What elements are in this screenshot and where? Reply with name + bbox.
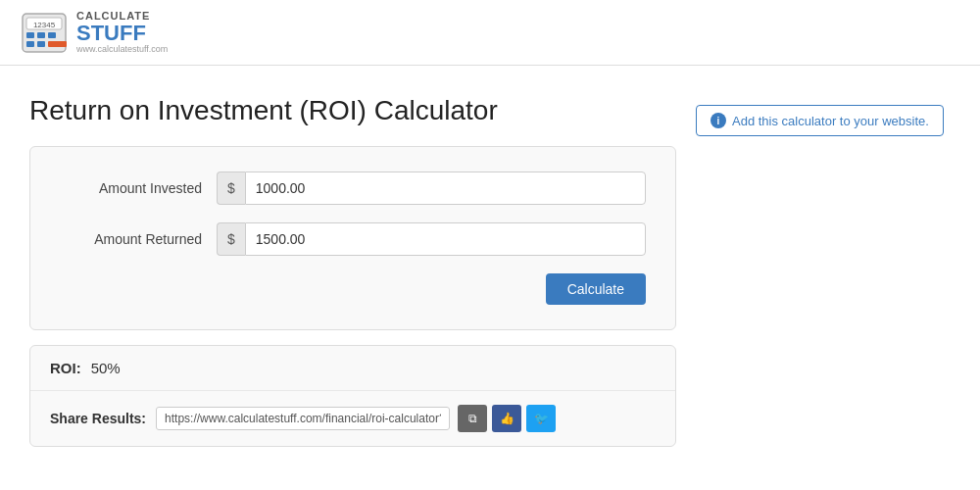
share-label: Share Results:	[50, 411, 146, 426]
calculate-button[interactable]: Calculate	[546, 273, 646, 305]
svg-rect-7	[37, 41, 45, 47]
facebook-like-button[interactable]: 👍	[492, 405, 521, 432]
add-widget-button[interactable]: i Add this calculator to your website.	[696, 105, 944, 136]
amount-invested-label: Amount Invested	[60, 180, 217, 196]
share-result-row: Share Results: ⧉ 👍 🐦	[30, 391, 675, 446]
roi-result-row: ROI: 50%	[30, 346, 675, 391]
share-url-input[interactable]	[156, 407, 450, 430]
results-card: ROI: 50% Share Results: ⧉ 👍 🐦	[29, 345, 676, 447]
svg-rect-5	[48, 32, 56, 38]
svg-rect-6	[26, 41, 34, 47]
currency-prefix-invested: $	[217, 172, 245, 205]
left-section: Return on Investment (ROI) Calculator Am…	[29, 95, 676, 462]
button-row: Calculate	[60, 273, 646, 305]
amount-invested-input[interactable]	[245, 172, 646, 205]
copy-icon: ⧉	[468, 412, 477, 425]
site-header: 12345 CALCULATE STUFF www.calculatestuff…	[0, 0, 980, 66]
roi-value: 50%	[91, 360, 121, 376]
calculator-card: Amount Invested $ Amount Returned $ Calc…	[29, 146, 676, 330]
logo-url-label: www.calculatestuff.com	[76, 45, 168, 55]
share-buttons: ⧉ 👍 🐦	[458, 405, 556, 432]
right-section: i Add this calculator to your website.	[696, 95, 951, 462]
roi-label: ROI:	[50, 360, 81, 376]
info-icon: i	[710, 113, 726, 128]
twitter-share-button[interactable]: 🐦	[526, 405, 556, 432]
amount-returned-input[interactable]	[245, 222, 646, 256]
svg-text:12345: 12345	[33, 21, 56, 29]
thumbs-up-icon: 👍	[500, 412, 514, 425]
svg-rect-4	[37, 32, 45, 38]
amount-invested-input-group: $	[217, 172, 646, 205]
amount-returned-label: Amount Returned	[60, 231, 217, 247]
logo[interactable]: 12345 CALCULATE STUFF www.calculatestuff…	[20, 10, 168, 55]
twitter-icon: 🐦	[534, 412, 549, 425]
add-widget-label: Add this calculator to your website.	[732, 114, 929, 128]
logo-stuff-label: STUFF	[76, 22, 168, 45]
currency-prefix-returned: $	[217, 222, 245, 256]
logo-icon: 12345	[20, 11, 69, 55]
svg-rect-8	[48, 41, 67, 47]
copy-url-button[interactable]: ⧉	[458, 405, 487, 432]
svg-rect-3	[26, 32, 34, 38]
amount-returned-row: Amount Returned $	[60, 222, 646, 256]
amount-invested-row: Amount Invested $	[60, 172, 646, 205]
logo-text: CALCULATE STUFF www.calculatestuff.com	[76, 10, 168, 55]
page-title: Return on Investment (ROI) Calculator	[29, 95, 676, 126]
main-content: Return on Investment (ROI) Calculator Am…	[0, 66, 980, 481]
amount-returned-input-group: $	[217, 222, 646, 256]
